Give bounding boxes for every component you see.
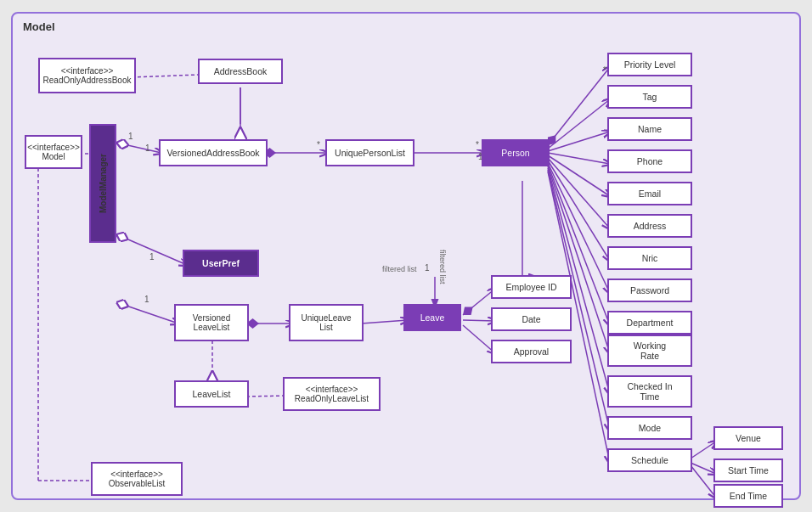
svg-line-7 [116,234,187,265]
svg-text:filtered list: filtered list [438,250,447,284]
svg-line-14 [548,153,610,164]
start-time-box: Start Time [713,459,783,482]
observable-list-box: <<interface>>ObservableList [91,462,183,496]
svg-text:1: 1 [144,295,149,304]
user-pref-box: UserPref [183,250,259,277]
interface-model-box: <<interface>>Model [25,135,82,169]
approval-box: Approval [491,340,572,363]
end-time-box: End Time [713,484,783,508]
svg-text:filtered list: filtered list [382,265,417,273]
checked-in-time-box: Checked InTime [607,375,692,408]
svg-line-16 [548,158,610,228]
svg-text:1: 1 [128,132,133,141]
svg-text:*: * [476,140,479,149]
employee-id-box: Employee ID [491,275,572,299]
svg-line-19 [548,165,610,325]
svg-text:*: * [603,65,606,75]
tag-box: Tag [607,85,692,109]
priority-level-box: Priority Level [607,53,692,76]
svg-line-12 [548,99,610,149]
svg-line-30 [361,320,408,324]
read-only-leave-list-box: <<interface>>ReadOnlyLeaveList [283,377,381,411]
svg-line-6 [116,143,161,153]
versioned-leave-list-box: VersionedLeaveList [174,304,249,341]
svg-line-2 [132,75,198,77]
person-box: Person [482,139,550,166]
versioned-address-book-box: VersionedAddressBook [159,139,268,166]
svg-text:*: * [317,140,320,149]
phone-box: Phone [607,149,692,173]
model-manager-box: ModelManager [89,124,116,243]
mode-box: Mode [607,416,692,440]
svg-line-40 [691,465,716,498]
name-box: Name [607,117,692,141]
date-box: Date [491,307,572,331]
svg-line-17 [548,160,610,261]
diagram-container: Model [11,12,801,500]
address-box: Address [607,214,692,238]
svg-line-15 [548,155,610,196]
department-box: Department [607,311,692,335]
svg-line-18 [548,163,610,293]
svg-line-39 [691,463,716,474]
schedule-box: Schedule [607,448,692,472]
svg-text:1: 1 [425,263,430,273]
address-book-box: AddressBook [198,59,283,84]
model-title: Model [23,20,55,33]
unique-leave-list-box: UniqueLeaveList [289,304,364,341]
unique-person-list-box: UniquePersonList [325,139,414,166]
password-box: Password [607,279,692,302]
svg-line-38 [691,442,716,459]
svg-line-22 [548,170,610,430]
svg-line-33 [246,396,285,397]
working-rate-box: WorkingRate [607,335,692,367]
venue-box: Venue [713,426,783,450]
leave-box: Leave [403,304,461,331]
svg-text:1: 1 [145,143,150,153]
read-only-address-book-box: <<interface>>ReadOnlyAddressBook [38,58,136,93]
email-box: Email [607,182,692,205]
svg-line-11 [548,67,610,145]
svg-text:1: 1 [149,252,155,262]
nric-box: Nric [607,246,692,270]
leave-list-box: LeaveList [174,380,249,408]
svg-line-13 [548,132,610,151]
svg-line-8 [116,302,178,324]
